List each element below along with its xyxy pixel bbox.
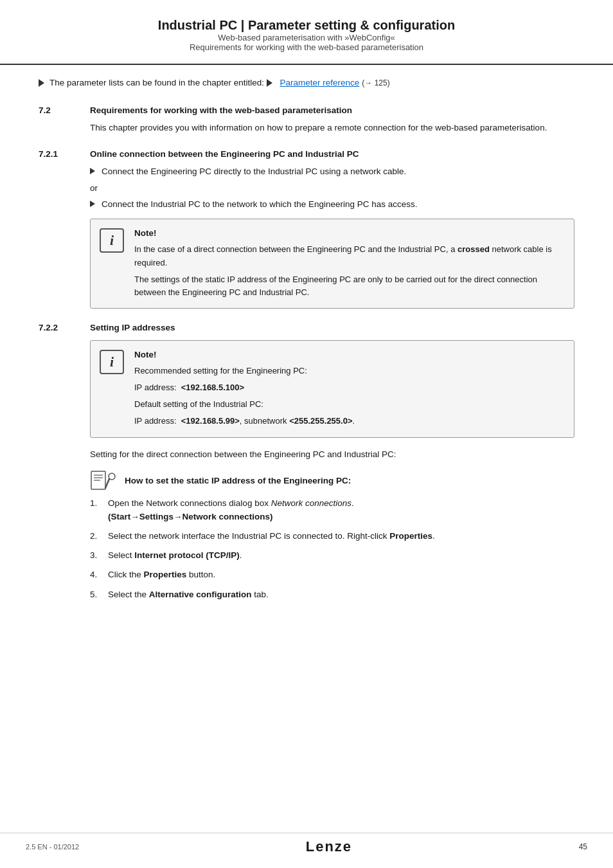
note-subnet-value-722: <255.255.255.0> xyxy=(289,416,352,426)
step-item-2: 2.Select the network interface the Indus… xyxy=(90,530,574,543)
note-ip2-722: IP address: <192.168.5.99>, subnetwork <… xyxy=(134,415,355,428)
bullet-arrow-icon xyxy=(90,168,95,174)
footer-version: 2.5 EN - 01/2012 xyxy=(26,843,79,851)
section-722-number: 7.2.2 xyxy=(39,323,90,332)
step-text-3: Select Internet protocol (TCP/IP). xyxy=(108,549,242,562)
section-722-title: Setting IP addresses xyxy=(90,323,175,332)
step-num-5: 5. xyxy=(90,588,108,601)
section-72: 7.2 Requirements for working with the we… xyxy=(39,105,574,135)
step-text-4: Click the Properties button. xyxy=(108,568,215,581)
bullet-item-1: Connect the Engineering PC directly to t… xyxy=(90,165,574,178)
header-subtitle2: Requirements for working with the web-ba… xyxy=(26,42,587,52)
or-text: or xyxy=(90,183,574,193)
note-ip1-value-722: <192.168.5.100> xyxy=(181,383,244,392)
note-subnet-end-722: . xyxy=(353,416,355,426)
section-722: 7.2.2 Setting IP addresses i Note! Recom… xyxy=(39,323,574,601)
section-722-body: i Note! Recommended setting for the Engi… xyxy=(39,340,574,601)
note-p2-721: The settings of the static IP address of… xyxy=(134,273,564,299)
page: Industrial PC | Parameter setting & conf… xyxy=(0,0,613,868)
step-text-5: Select the Alternative configuration tab… xyxy=(108,588,269,601)
note-title-721: Note! xyxy=(134,228,564,238)
arrow-right-icon2 xyxy=(267,79,272,87)
section-72-title: Requirements for working with the web-ba… xyxy=(90,105,352,115)
note-content-722: Note! Recommended setting for the Engine… xyxy=(134,350,355,428)
section-722-header: 7.2.2 Setting IP addresses xyxy=(39,323,574,332)
step-item-3: 3.Select Internet protocol (TCP/IP). xyxy=(90,549,574,562)
footer-page: 45 xyxy=(579,842,587,851)
step-num-1: 1. xyxy=(90,497,108,510)
header-subtitle1: Web-based parameterisation with »WebConf… xyxy=(26,33,587,42)
step-num-3: 3. xyxy=(90,549,108,562)
note-title-722: Note! xyxy=(134,350,355,359)
step-num-2: 2. xyxy=(90,530,108,543)
note-p1-bold-721: crossed xyxy=(458,244,490,254)
how-to-label: How to set the static IP address of the … xyxy=(125,476,351,485)
header-title: Industrial PC | Parameter setting & conf… xyxy=(26,18,587,33)
note-rec-722: Recommended setting for the Engineering … xyxy=(134,365,355,377)
note-ip1-722: IP address: <192.168.5.100> xyxy=(134,381,355,394)
content-area: The parameter lists can be found in the … xyxy=(0,65,613,667)
bullet-arrow-icon-2 xyxy=(90,201,95,207)
note-ip2-value-722: <192.168.5.99> xyxy=(181,416,240,426)
note-box-721: i Note! In the case of a direct connecti… xyxy=(90,219,574,309)
step-text-1: Open the Network connections dialog box … xyxy=(108,497,354,523)
section-721-title: Online connection between the Engineerin… xyxy=(90,149,359,159)
section-721-number: 7.2.1 xyxy=(39,149,90,159)
param-ref-line: The parameter lists can be found in the … xyxy=(39,78,574,87)
step-num-4: 4. xyxy=(90,568,108,581)
section-721-header: 7.2.1 Online connection between the Engi… xyxy=(39,149,574,159)
note-subnet-label-722: , subnetwork xyxy=(240,416,287,426)
note-p1-normal1-721: In the case of a direct connection betwe… xyxy=(134,244,458,254)
info-icon-722: i xyxy=(100,350,124,374)
page-footer: 2.5 EN - 01/2012 Lenze 45 xyxy=(0,833,613,855)
steps-list: 1.Open the Network connections dialog bo… xyxy=(90,497,574,601)
param-ref-link[interactable]: Parameter reference xyxy=(280,78,359,87)
step-item-5: 5.Select the Alternative configuration t… xyxy=(90,588,574,601)
note-ip2-label-722: IP address: xyxy=(134,416,177,426)
note-box-722: i Note! Recommended setting for the Engi… xyxy=(90,340,574,438)
step-item-1: 1.Open the Network connections dialog bo… xyxy=(90,497,574,523)
svg-line-5 xyxy=(105,479,109,488)
bullet-text-2: Connect the Industrial PC to the network… xyxy=(102,198,418,211)
footer-logo: Lenze xyxy=(306,838,352,855)
note-ip1-label-722: IP address: xyxy=(134,383,177,392)
section-72-number: 7.2 xyxy=(39,105,90,115)
section-72-header: 7.2 Requirements for working with the we… xyxy=(39,105,574,115)
section-72-text: This chapter provides you with informati… xyxy=(90,122,574,135)
info-icon: i xyxy=(100,228,124,253)
setting-label-722: Setting for the direct connection betwee… xyxy=(90,448,574,462)
bullet-text-1: Connect the Engineering PC directly to t… xyxy=(102,165,406,178)
page-header: Industrial PC | Parameter setting & conf… xyxy=(0,0,613,65)
section-721: 7.2.1 Online connection between the Engi… xyxy=(39,149,574,309)
wrench-icon xyxy=(90,470,118,491)
arrow-right-icon xyxy=(39,79,44,87)
param-ref-page: (→ 125) xyxy=(362,78,389,87)
step-text-2: Select the network interface the Industr… xyxy=(108,530,435,543)
bullet-item-2: Connect the Industrial PC to the network… xyxy=(90,198,574,211)
param-ref-prefix: The parameter lists can be found in the … xyxy=(49,78,264,87)
section-72-body: This chapter provides you with informati… xyxy=(39,122,574,135)
note-default-722: Default setting of the Industrial PC: xyxy=(134,398,355,411)
note-content-721: Note! In the case of a direct connection… xyxy=(134,228,564,299)
section-721-body: Connect the Engineering PC directly to t… xyxy=(39,165,574,309)
how-to-header: How to set the static IP address of the … xyxy=(90,470,574,491)
step-item-4: 4.Click the Properties button. xyxy=(90,568,574,581)
note-p1-721: In the case of a direct connection betwe… xyxy=(134,243,564,269)
